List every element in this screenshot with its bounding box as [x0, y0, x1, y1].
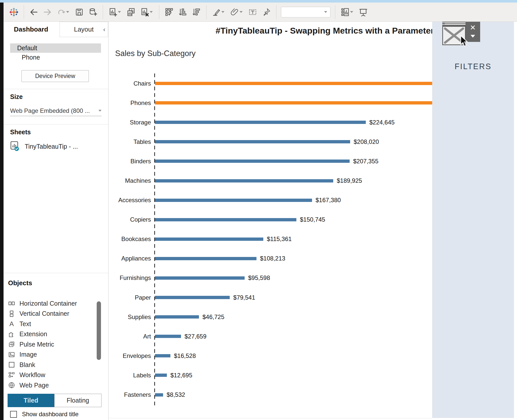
objects-scrollbar-thumb[interactable]	[97, 301, 101, 360]
bar-phones[interactable]	[155, 101, 432, 104]
objects-item-workflow[interactable]: Workflow	[8, 370, 96, 380]
show-me-icon	[341, 8, 350, 17]
workflow-icon	[8, 372, 15, 379]
bar-supplies[interactable]	[155, 315, 199, 319]
category-label: Fasteners	[109, 391, 151, 398]
bar-bookcases[interactable]	[155, 238, 263, 241]
filters-panel[interactable]: ✕ FILTERS	[432, 22, 514, 418]
clear-sheet-icon	[140, 8, 149, 17]
bar-envelopes[interactable]	[155, 354, 170, 357]
size-select[interactable]: Web Page Embedded (800 ...	[10, 106, 101, 116]
category-label: Supplies	[109, 313, 151, 321]
bar-copiers[interactable]	[155, 218, 296, 221]
bar-machines[interactable]	[155, 179, 333, 182]
objects-item-text[interactable]: AText	[8, 319, 96, 329]
objects-item-pulse-metric[interactable]: Pulse Metric	[8, 339, 96, 350]
swap-axes-button[interactable]	[162, 7, 176, 18]
device-item-phone[interactable]: Phone	[10, 53, 101, 62]
bar-fasteners[interactable]	[155, 393, 163, 397]
collapse-sidebar-icon[interactable]: ‹	[103, 26, 105, 33]
chart-row-appliances: Appliances$108,213	[109, 249, 432, 268]
bar-binders[interactable]	[155, 160, 350, 163]
chart-row-copiers: Copiers$150,745	[109, 210, 432, 229]
forward-arrow-button[interactable]	[41, 7, 54, 18]
bar-furnishings[interactable]	[155, 276, 245, 280]
objects-section-header: Objects	[8, 279, 32, 287]
show-dashboard-title-checkbox[interactable]	[10, 411, 17, 418]
bar-labels[interactable]	[155, 374, 167, 377]
bar-zone: $79,541	[151, 294, 432, 301]
objects-item-horizontal-container[interactable]: Horizontal Container	[8, 298, 96, 309]
objects-item-extension[interactable]: Extension	[8, 329, 96, 339]
vertical-container-icon	[8, 310, 15, 317]
objects-item-vertical-container[interactable]: Vertical Container	[8, 309, 96, 319]
chevron-down-icon[interactable]	[66, 11, 69, 13]
bar-zone	[151, 101, 432, 104]
value-label: $115,361	[267, 235, 292, 243]
toolbar-separator	[335, 5, 335, 19]
highlight-pen-button[interactable]	[210, 7, 228, 18]
blank-icon	[8, 361, 15, 368]
tableau-logo-button[interactable]	[7, 7, 21, 18]
pin-button[interactable]	[260, 7, 273, 18]
new-worksheet-button[interactable]	[106, 7, 124, 18]
clear-sheet-button[interactable]	[138, 7, 156, 18]
chevron-down-icon[interactable]	[471, 35, 475, 38]
device-item-default[interactable]: Default	[10, 43, 101, 53]
bar-zone: $189,925	[151, 177, 432, 184]
show-me-button[interactable]	[338, 7, 356, 18]
category-label: Storage	[109, 119, 151, 126]
main-toolbar	[4, 3, 517, 22]
save-button[interactable]	[72, 7, 86, 18]
category-label: Furnishings	[109, 274, 151, 281]
objects-item-web-page[interactable]: Web Page	[8, 380, 96, 390]
objects-item-blank[interactable]: Blank	[8, 360, 96, 370]
duplicate-sheet-button[interactable]	[124, 7, 138, 18]
bar-paper[interactable]	[155, 296, 230, 299]
tiled-toggle-button[interactable]: Tiled	[8, 394, 54, 407]
tab-dashboard[interactable]: Dashboard	[14, 25, 48, 33]
text-label-button[interactable]	[246, 7, 260, 18]
bar-tables[interactable]	[155, 140, 350, 143]
redo-loop-button[interactable]	[54, 7, 72, 18]
chart-row-envelopes: Envelopes$16,528	[109, 346, 432, 365]
floating-toggle-button[interactable]: Floating	[54, 394, 101, 407]
presentation-mode-button[interactable]	[356, 7, 370, 18]
bar-chairs[interactable]	[155, 82, 432, 85]
device-item-default-label: Default	[17, 44, 37, 52]
back-arrow-button[interactable]	[27, 7, 41, 18]
bar-storage[interactable]	[155, 121, 366, 124]
sort-descending-button[interactable]	[190, 7, 203, 18]
sort-ascending-button[interactable]	[176, 7, 190, 18]
chevron-down-icon[interactable]	[240, 11, 243, 13]
chevron-down-icon[interactable]	[150, 11, 153, 13]
sort-descending-icon	[192, 8, 201, 17]
device-preview-button[interactable]: Device Preview	[21, 70, 89, 82]
bar-chart[interactable]: ChairsPhonesStorage$224,645Tables$208,02…	[109, 74, 432, 405]
tableau-logo	[9, 8, 18, 17]
chart-row-furnishings: Furnishings$95,598	[109, 268, 432, 288]
value-label: $8,532	[167, 391, 185, 398]
paperclip-icon	[230, 8, 239, 17]
category-label: Chairs	[109, 80, 151, 87]
sheets-section-header: Sheets	[10, 128, 31, 136]
chevron-down-icon[interactable]	[221, 11, 224, 13]
chevron-down-icon	[324, 11, 327, 13]
bar-appliances[interactable]	[155, 257, 256, 260]
objects-item-label: Extension	[19, 330, 47, 338]
bar-art[interactable]	[155, 335, 181, 338]
close-icon[interactable]: ✕	[468, 25, 478, 31]
toolbar-fit-combo[interactable]	[281, 7, 330, 17]
tab-layout[interactable]: Layout	[60, 22, 108, 37]
bar-zone: $224,645	[151, 119, 432, 126]
chevron-down-icon[interactable]	[350, 11, 353, 13]
bar-accessories[interactable]	[155, 199, 312, 202]
chevron-down-icon[interactable]	[118, 11, 121, 13]
dashboard-canvas[interactable]: #TinyTableauTip - Swapping Metrics with …	[109, 22, 432, 418]
add-data-source-button[interactable]	[86, 7, 100, 18]
objects-item-image[interactable]: Image	[8, 350, 96, 360]
paperclip-button[interactable]	[228, 7, 246, 18]
sheet-item-tinytableautip[interactable]: TinyTableauTip - ...	[10, 141, 78, 152]
chart-row-storage: Storage$224,645	[109, 113, 432, 132]
swap-axes-icon	[165, 8, 174, 17]
